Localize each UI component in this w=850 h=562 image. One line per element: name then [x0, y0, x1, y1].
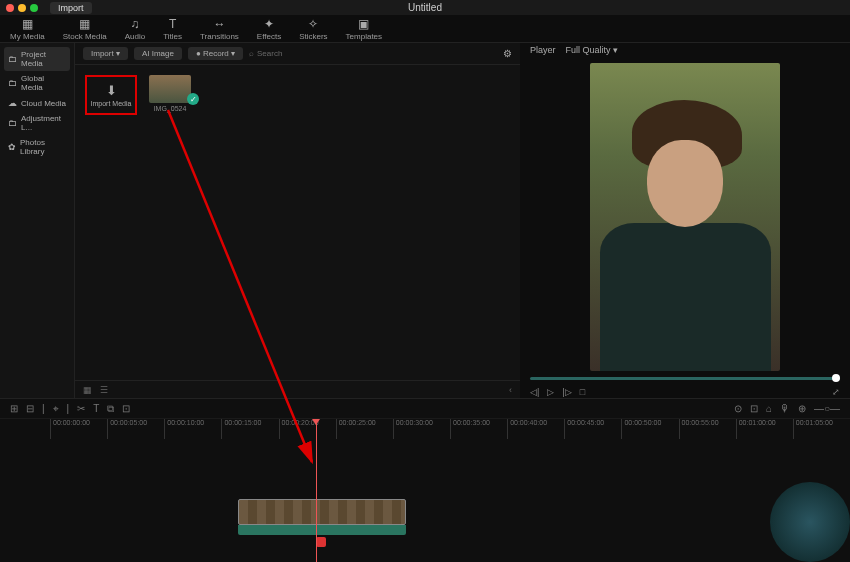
- tool-effects[interactable]: ✦Effects: [257, 17, 281, 41]
- tool-my-media[interactable]: ▦My Media: [10, 17, 45, 41]
- ruler-tick: 00:00:30:00: [393, 419, 450, 439]
- tl-tool-3[interactable]: ⌖: [53, 403, 59, 415]
- delete-marker-icon[interactable]: [316, 537, 326, 547]
- player-toolbar: Player Full Quality ▾: [520, 43, 850, 57]
- tool-titles[interactable]: TTitles: [163, 17, 182, 41]
- ruler-tick: 00:00:55:00: [679, 419, 736, 439]
- tool-transitions[interactable]: ↔Transitions: [200, 17, 239, 41]
- folder-icon: 🗀: [8, 118, 17, 128]
- media-panel: Import ▾ AI Image ● Record ▾ ⌕ Search ⚙ …: [75, 43, 520, 398]
- sidebar-label: Project Media: [21, 50, 66, 68]
- tool-stickers[interactable]: ✧Stickers: [299, 17, 327, 41]
- stickers-icon: ✧: [308, 17, 318, 31]
- window-controls: [6, 4, 38, 12]
- ruler-tick: 00:00:05:00: [107, 419, 164, 439]
- media-panel-toolbar: Import ▾ AI Image ● Record ▾ ⌕ Search ⚙: [75, 43, 520, 65]
- minimize-icon[interactable]: [18, 4, 26, 12]
- player-panel: Player Full Quality ▾ ◁| ▷ |▷ □ ⤢: [520, 43, 850, 398]
- ruler-tick: 00:00:40:00: [507, 419, 564, 439]
- main-area: 🗀Project Media🗀Global Media☁Cloud Media🗀…: [0, 43, 850, 398]
- ruler-tick: 00:00:00:00: [50, 419, 107, 439]
- transitions-icon: ↔: [213, 17, 225, 31]
- prev-frame-button[interactable]: ◁|: [530, 387, 539, 397]
- folder-icon: 🗀: [8, 78, 17, 88]
- record-dropdown[interactable]: ● Record ▾: [188, 47, 243, 60]
- tl-tool-1[interactable]: ⊟: [26, 403, 34, 415]
- playback-bar[interactable]: [520, 377, 850, 385]
- play-button[interactable]: ▷: [547, 387, 554, 397]
- tl-tool-5[interactable]: ✂: [77, 403, 85, 415]
- filter-icon[interactable]: ⚙: [503, 48, 512, 59]
- playhead-handle[interactable]: [832, 374, 840, 382]
- next-frame-button[interactable]: |▷: [562, 387, 571, 397]
- timeline-panel: ⊞⊟|⌖|✂T⧉⊡ ⊙⊡⌂🎙⊕—○— 00:00:00:0000:00:05:0…: [0, 398, 850, 562]
- tool-label: Templates: [346, 32, 382, 41]
- import-media-button[interactable]: ⬇ Import Media: [85, 75, 137, 115]
- tool-label: Stock Media: [63, 32, 107, 41]
- folder-icon: ✿: [8, 142, 16, 152]
- timeline-tools-left: ⊞⊟|⌖|✂T⧉⊡: [10, 403, 130, 415]
- search-icon: ⌕: [249, 49, 254, 58]
- sidebar-item-photos-library[interactable]: ✿Photos Library: [4, 135, 70, 159]
- ruler-tick: 00:00:50:00: [621, 419, 678, 439]
- media-grid: ⬇ Import Media IMG_0524 ✓: [75, 65, 520, 380]
- sidebar-label: Adjustment L...: [21, 114, 66, 132]
- tool-templates[interactable]: ▣Templates: [346, 17, 382, 41]
- folder-icon: ☁: [8, 98, 17, 108]
- tl-tool-2[interactable]: |: [42, 403, 45, 415]
- sidebar-item-cloud-media[interactable]: ☁Cloud Media: [4, 95, 70, 111]
- tl-tool-8[interactable]: ⊡: [122, 403, 130, 415]
- tool-label: Effects: [257, 32, 281, 41]
- search-field[interactable]: ⌕ Search: [249, 49, 497, 58]
- templates-icon: ▣: [358, 17, 369, 31]
- timeline-video-clip[interactable]: [238, 499, 406, 525]
- view-grid-icon[interactable]: ▦: [83, 385, 92, 395]
- view-list-icon[interactable]: ☰: [100, 385, 108, 395]
- stop-button[interactable]: □: [580, 387, 585, 397]
- tool-label: Audio: [125, 32, 145, 41]
- tl-rtool-5[interactable]: —○—: [814, 403, 840, 414]
- playback-track: [530, 377, 840, 380]
- timeline-audio-clip[interactable]: [238, 525, 406, 535]
- timeline-body[interactable]: ■🔒👁◇ ■🔒👁◇: [0, 439, 850, 562]
- import-dropdown[interactable]: Import ▾: [83, 47, 128, 60]
- ruler-tick: 00:01:00:00: [736, 419, 793, 439]
- tool-label: Stickers: [299, 32, 327, 41]
- close-icon[interactable]: [6, 4, 14, 12]
- ruler-tick: 00:00:45:00: [564, 419, 621, 439]
- webcam-overlay: [770, 482, 850, 562]
- media-panel-footer: ▦☰ ‹: [75, 380, 520, 398]
- quality-dropdown[interactable]: Full Quality ▾: [566, 45, 619, 55]
- sidebar-label: Cloud Media: [21, 99, 66, 108]
- sidebar-item-global-media[interactable]: 🗀Global Media: [4, 71, 70, 95]
- media-clip[interactable]: IMG_0524 ✓: [149, 75, 191, 112]
- tl-rtool-1[interactable]: ⊡: [750, 403, 758, 414]
- tl-tool-6[interactable]: T: [93, 403, 99, 415]
- ai-image-button[interactable]: AI Image: [134, 47, 182, 60]
- player-tab[interactable]: Player: [530, 45, 556, 55]
- timeline-toolbar: ⊞⊟|⌖|✂T⧉⊡ ⊙⊡⌂🎙⊕—○—: [0, 399, 850, 419]
- timeline-playhead[interactable]: [316, 419, 317, 562]
- clip-name: IMG_0524: [154, 105, 187, 112]
- tl-rtool-4[interactable]: ⊕: [798, 403, 806, 414]
- collapse-icon[interactable]: ‹: [509, 385, 512, 395]
- tl-tool-7[interactable]: ⧉: [107, 403, 114, 415]
- tl-rtool-3[interactable]: 🎙: [780, 403, 790, 414]
- folder-icon: 🗀: [8, 54, 17, 64]
- tl-rtool-2[interactable]: ⌂: [766, 403, 772, 414]
- expand-icon[interactable]: ⤢: [832, 387, 840, 397]
- timeline-ruler[interactable]: 00:00:00:0000:00:05:0000:00:10:0000:00:1…: [0, 419, 850, 439]
- sidebar-item-project-media[interactable]: 🗀Project Media: [4, 47, 70, 71]
- tl-tool-4[interactable]: |: [67, 403, 70, 415]
- import-menu-button[interactable]: Import: [50, 2, 92, 14]
- import-media-label: Import Media: [91, 100, 132, 107]
- tool-stock-media[interactable]: ▦Stock Media: [63, 17, 107, 41]
- tl-rtool-0[interactable]: ⊙: [734, 403, 742, 414]
- maximize-icon[interactable]: [30, 4, 38, 12]
- tool-audio[interactable]: ♫Audio: [125, 17, 145, 41]
- player-viewport[interactable]: [520, 57, 850, 377]
- tl-tool-0[interactable]: ⊞: [10, 403, 18, 415]
- sidebar-item-adjustment-layers[interactable]: 🗀Adjustment L...: [4, 111, 70, 135]
- titlebar: Import Untitled: [0, 0, 850, 15]
- clip-thumbnail: [149, 75, 191, 103]
